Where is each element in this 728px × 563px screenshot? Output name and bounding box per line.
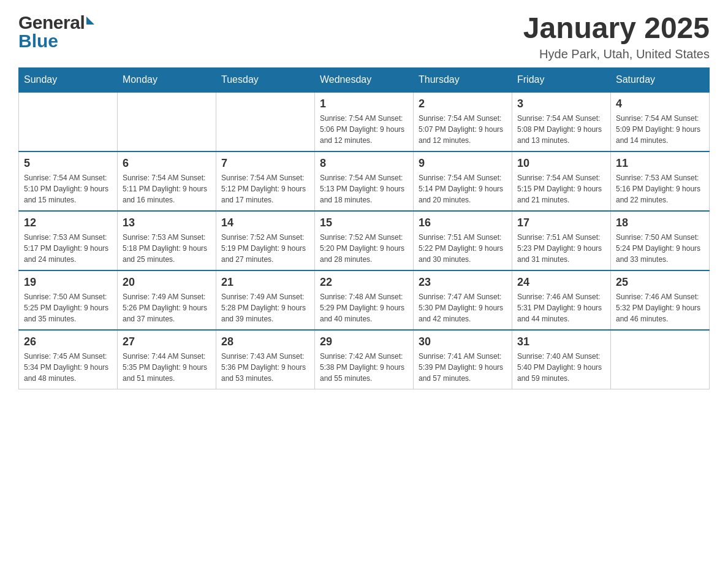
day-info: Sunrise: 7:54 AM Sunset: 5:06 PM Dayligh… bbox=[320, 113, 408, 146]
day-info: Sunrise: 7:53 AM Sunset: 5:16 PM Dayligh… bbox=[616, 172, 704, 205]
day-info: Sunrise: 7:54 AM Sunset: 5:08 PM Dayligh… bbox=[517, 113, 605, 146]
day-info: Sunrise: 7:50 AM Sunset: 5:24 PM Dayligh… bbox=[616, 232, 704, 265]
day-number: 12 bbox=[24, 216, 112, 229]
day-number: 26 bbox=[24, 335, 112, 348]
day-number: 20 bbox=[123, 276, 211, 289]
calendar-cell: 25Sunrise: 7:46 AM Sunset: 5:32 PM Dayli… bbox=[611, 270, 710, 330]
day-number: 7 bbox=[221, 157, 309, 170]
weekday-header-row: SundayMondayTuesdayWednesdayThursdayFrid… bbox=[19, 67, 710, 92]
calendar-cell: 9Sunrise: 7:54 AM Sunset: 5:14 PM Daylig… bbox=[414, 151, 512, 211]
logo: General Blue bbox=[18, 12, 94, 52]
weekday-header-tuesday: Tuesday bbox=[216, 67, 315, 92]
day-info: Sunrise: 7:54 AM Sunset: 5:07 PM Dayligh… bbox=[419, 113, 507, 146]
calendar-cell: 20Sunrise: 7:49 AM Sunset: 5:26 PM Dayli… bbox=[118, 270, 216, 330]
day-number: 4 bbox=[616, 98, 704, 110]
day-info: Sunrise: 7:52 AM Sunset: 5:20 PM Dayligh… bbox=[320, 232, 408, 265]
calendar-cell: 26Sunrise: 7:45 AM Sunset: 5:34 PM Dayli… bbox=[19, 330, 118, 389]
calendar-cell: 27Sunrise: 7:44 AM Sunset: 5:35 PM Dayli… bbox=[118, 330, 216, 389]
day-info: Sunrise: 7:51 AM Sunset: 5:22 PM Dayligh… bbox=[419, 232, 507, 265]
calendar-cell: 24Sunrise: 7:46 AM Sunset: 5:31 PM Dayli… bbox=[512, 270, 611, 330]
calendar-cell: 12Sunrise: 7:53 AM Sunset: 5:17 PM Dayli… bbox=[19, 211, 118, 270]
calendar-cell: 14Sunrise: 7:52 AM Sunset: 5:19 PM Dayli… bbox=[216, 211, 315, 270]
weekday-header-friday: Friday bbox=[512, 67, 611, 92]
day-info: Sunrise: 7:49 AM Sunset: 5:26 PM Dayligh… bbox=[123, 291, 211, 324]
day-number: 2 bbox=[419, 98, 507, 110]
day-info: Sunrise: 7:40 AM Sunset: 5:40 PM Dayligh… bbox=[517, 351, 605, 384]
logo-general-text: General bbox=[18, 12, 85, 33]
day-number: 17 bbox=[517, 216, 605, 229]
month-title: January 2025 bbox=[523, 12, 710, 45]
day-info: Sunrise: 7:54 AM Sunset: 5:12 PM Dayligh… bbox=[221, 172, 309, 205]
calendar-cell: 23Sunrise: 7:47 AM Sunset: 5:30 PM Dayli… bbox=[414, 270, 512, 330]
day-info: Sunrise: 7:53 AM Sunset: 5:17 PM Dayligh… bbox=[24, 232, 112, 265]
day-info: Sunrise: 7:54 AM Sunset: 5:10 PM Dayligh… bbox=[24, 172, 112, 205]
day-number: 15 bbox=[320, 216, 408, 229]
calendar-cell bbox=[216, 92, 315, 151]
day-number: 25 bbox=[616, 276, 704, 289]
day-number: 24 bbox=[517, 276, 605, 289]
day-number: 21 bbox=[221, 276, 309, 289]
calendar-cell: 29Sunrise: 7:42 AM Sunset: 5:38 PM Dayli… bbox=[315, 330, 414, 389]
day-info: Sunrise: 7:54 AM Sunset: 5:11 PM Dayligh… bbox=[123, 172, 211, 205]
calendar-cell: 21Sunrise: 7:49 AM Sunset: 5:28 PM Dayli… bbox=[216, 270, 315, 330]
day-info: Sunrise: 7:51 AM Sunset: 5:23 PM Dayligh… bbox=[517, 232, 605, 265]
calendar-cell: 30Sunrise: 7:41 AM Sunset: 5:39 PM Dayli… bbox=[414, 330, 512, 389]
calendar-cell: 11Sunrise: 7:53 AM Sunset: 5:16 PM Dayli… bbox=[611, 151, 710, 211]
calendar-cell: 17Sunrise: 7:51 AM Sunset: 5:23 PM Dayli… bbox=[512, 211, 611, 270]
weekday-header-sunday: Sunday bbox=[19, 67, 118, 92]
day-number: 30 bbox=[419, 335, 507, 348]
page-header: General Blue January 2025 Hyde Park, Uta… bbox=[18, 12, 710, 61]
day-number: 13 bbox=[123, 216, 211, 229]
day-info: Sunrise: 7:54 AM Sunset: 5:09 PM Dayligh… bbox=[616, 113, 704, 146]
calendar-week-5: 26Sunrise: 7:45 AM Sunset: 5:34 PM Dayli… bbox=[19, 330, 710, 389]
calendar-table: SundayMondayTuesdayWednesdayThursdayFrid… bbox=[18, 67, 710, 389]
logo-flag-icon bbox=[86, 17, 94, 25]
day-number: 22 bbox=[320, 276, 408, 289]
calendar-cell: 7Sunrise: 7:54 AM Sunset: 5:12 PM Daylig… bbox=[216, 151, 315, 211]
day-info: Sunrise: 7:49 AM Sunset: 5:28 PM Dayligh… bbox=[221, 291, 309, 324]
calendar-week-3: 12Sunrise: 7:53 AM Sunset: 5:17 PM Dayli… bbox=[19, 211, 710, 270]
day-info: Sunrise: 7:44 AM Sunset: 5:35 PM Dayligh… bbox=[123, 351, 211, 384]
calendar-cell: 15Sunrise: 7:52 AM Sunset: 5:20 PM Dayli… bbox=[315, 211, 414, 270]
day-info: Sunrise: 7:50 AM Sunset: 5:25 PM Dayligh… bbox=[24, 291, 112, 324]
calendar-cell: 28Sunrise: 7:43 AM Sunset: 5:36 PM Dayli… bbox=[216, 330, 315, 389]
day-number: 3 bbox=[517, 98, 605, 110]
weekday-header-thursday: Thursday bbox=[414, 67, 512, 92]
day-info: Sunrise: 7:46 AM Sunset: 5:32 PM Dayligh… bbox=[616, 291, 704, 324]
day-number: 8 bbox=[320, 157, 408, 170]
calendar-cell bbox=[611, 330, 710, 389]
day-number: 29 bbox=[320, 335, 408, 348]
calendar-cell: 1Sunrise: 7:54 AM Sunset: 5:06 PM Daylig… bbox=[315, 92, 414, 151]
day-number: 14 bbox=[221, 216, 309, 229]
calendar-cell bbox=[118, 92, 216, 151]
day-number: 9 bbox=[419, 157, 507, 170]
day-number: 10 bbox=[517, 157, 605, 170]
calendar-cell: 8Sunrise: 7:54 AM Sunset: 5:13 PM Daylig… bbox=[315, 151, 414, 211]
day-number: 6 bbox=[123, 157, 211, 170]
day-info: Sunrise: 7:45 AM Sunset: 5:34 PM Dayligh… bbox=[24, 351, 112, 384]
day-number: 23 bbox=[419, 276, 507, 289]
calendar-cell: 3Sunrise: 7:54 AM Sunset: 5:08 PM Daylig… bbox=[512, 92, 611, 151]
calendar-cell: 13Sunrise: 7:53 AM Sunset: 5:18 PM Dayli… bbox=[118, 211, 216, 270]
weekday-header-wednesday: Wednesday bbox=[315, 67, 414, 92]
day-info: Sunrise: 7:54 AM Sunset: 5:15 PM Dayligh… bbox=[517, 172, 605, 205]
calendar-week-4: 19Sunrise: 7:50 AM Sunset: 5:25 PM Dayli… bbox=[19, 270, 710, 330]
calendar-week-1: 1Sunrise: 7:54 AM Sunset: 5:06 PM Daylig… bbox=[19, 92, 710, 151]
logo-blue-text: Blue bbox=[18, 31, 58, 52]
day-info: Sunrise: 7:54 AM Sunset: 5:14 PM Dayligh… bbox=[419, 172, 507, 205]
calendar-cell: 16Sunrise: 7:51 AM Sunset: 5:22 PM Dayli… bbox=[414, 211, 512, 270]
calendar-cell bbox=[19, 92, 118, 151]
title-section: January 2025 Hyde Park, Utah, United Sta… bbox=[523, 12, 710, 61]
calendar-cell: 4Sunrise: 7:54 AM Sunset: 5:09 PM Daylig… bbox=[611, 92, 710, 151]
day-number: 28 bbox=[221, 335, 309, 348]
day-number: 31 bbox=[517, 335, 605, 348]
location-text: Hyde Park, Utah, United States bbox=[523, 47, 710, 61]
day-info: Sunrise: 7:47 AM Sunset: 5:30 PM Dayligh… bbox=[419, 291, 507, 324]
day-info: Sunrise: 7:42 AM Sunset: 5:38 PM Dayligh… bbox=[320, 351, 408, 384]
day-number: 19 bbox=[24, 276, 112, 289]
calendar-header: SundayMondayTuesdayWednesdayThursdayFrid… bbox=[19, 67, 710, 92]
calendar-cell: 6Sunrise: 7:54 AM Sunset: 5:11 PM Daylig… bbox=[118, 151, 216, 211]
calendar-cell: 10Sunrise: 7:54 AM Sunset: 5:15 PM Dayli… bbox=[512, 151, 611, 211]
calendar-cell: 22Sunrise: 7:48 AM Sunset: 5:29 PM Dayli… bbox=[315, 270, 414, 330]
day-info: Sunrise: 7:43 AM Sunset: 5:36 PM Dayligh… bbox=[221, 351, 309, 384]
